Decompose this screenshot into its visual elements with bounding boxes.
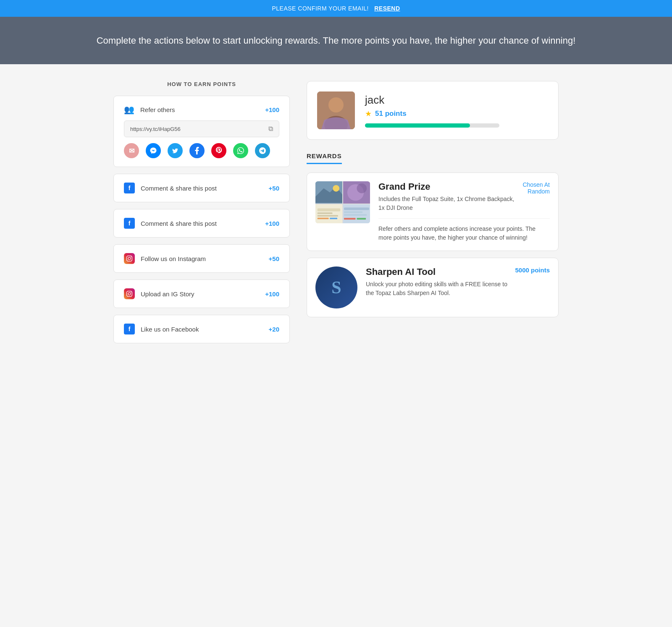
sharpen-description: Unlock your photo editing skills with a … [366,280,511,298]
grand-prize-description: Includes the Full Topaz Suite, 1x Chrome… [378,195,518,212]
rewards-section-title: REWARDS [307,152,342,164]
comment-share-50-points: +50 [269,185,279,192]
progress-bar-fill [365,123,470,128]
action-left-refer: 👥 Refer others [124,104,175,115]
svg-point-5 [333,185,339,192]
chosen-at-random-label: Chosen AtRandom [522,181,550,195]
share-email-button[interactable]: ✉ [124,143,139,158]
facebook-icon-3: f [124,324,135,334]
right-column: jack ★ 51 points REWARDS [307,81,559,324]
share-pinterest-button[interactable] [211,143,226,158]
grand-prize-meta: Chosen AtRandom [522,181,550,195]
like-fb-points: +20 [269,326,279,333]
action-row-comment-50: f Comment & share this post +50 [124,183,279,193]
left-column: HOW TO EARN POINTS 👥 Refer others +100 h… [113,81,290,350]
svg-rect-17 [344,212,362,213]
instagram-icon-1 [124,253,135,264]
svg-rect-19 [344,218,356,219]
email-banner: PLEASE CONFIRM YOUR EMAIL! RESEND [0,0,672,17]
facebook-icon-1: f [124,183,135,193]
refer-icon: 👥 [124,104,134,115]
reward-inner-grand-prize: Grand Prize Includes the Full Topaz Suit… [315,181,550,242]
svg-rect-20 [357,218,366,219]
grand-prize-name-block: Grand Prize Includes the Full Topaz Suit… [378,181,518,212]
share-telegram-button[interactable] [255,143,270,158]
reward-card-sharpen-ai: S Sharpen AI Tool Unlock your photo edit… [307,258,559,317]
follow-ig-points: +50 [269,255,279,262]
action-card-comment-100[interactable]: f Comment & share this post +100 [113,209,290,238]
hero-section: Complete the actions below to start unlo… [0,17,672,64]
action-card-like-fb[interactable]: f Like us on Facebook +20 [113,315,290,343]
email-banner-text: PLEASE CONFIRM YOUR EMAIL! [272,5,369,12]
action-card-refer: 👥 Refer others +100 https://vy.tc/iHapG5… [113,96,290,167]
svg-rect-16 [344,208,369,210]
sharpen-logo: S [315,266,357,308]
user-points-row: ★ 51 points [365,109,548,118]
grand-prize-image [315,181,370,223]
action-row-refer: 👥 Refer others +100 [124,104,279,115]
svg-rect-14 [330,218,337,219]
follow-ig-label: Follow us on Instagram [141,255,206,262]
share-twitter-button[interactable] [168,143,183,158]
action-left-follow-ig: Follow us on Instagram [124,253,206,264]
action-row-follow-ig: Follow us on Instagram +50 [124,253,279,264]
grand-prize-note: Refer others and complete actions increa… [378,218,550,242]
action-left-comment-50: f Comment & share this post [124,183,217,193]
user-name: jack [365,94,548,107]
action-row-comment-100: f Comment & share this post +100 [124,218,279,229]
action-left-upload-ig: Upload an IG Story [124,288,194,299]
sharpen-name: Sharpen AI Tool [366,266,511,277]
action-row-like-fb: f Like us on Facebook +20 [124,324,279,334]
reward-inner-sharpen: S Sharpen AI Tool Unlock your photo edit… [315,266,550,308]
action-left-like-fb: f Like us on Facebook [124,324,199,334]
instagram-icon-2 [124,288,135,299]
main-container: HOW TO EARN POINTS 👥 Refer others +100 h… [105,64,567,367]
svg-point-1 [328,97,344,112]
sharpen-meta: 5000 points [515,266,550,274]
earn-points-title: HOW TO EARN POINTS [113,81,290,87]
action-card-comment-50[interactable]: f Comment & share this post +50 [113,174,290,202]
like-fb-label: Like us on Facebook [141,326,199,333]
profile-info: jack ★ 51 points [365,94,548,128]
share-messenger-button[interactable] [146,143,161,158]
svg-rect-12 [318,215,338,217]
upload-ig-points: +100 [265,290,279,298]
referral-url-text: https://vy.tc/iHapG56 [130,126,181,132]
copy-url-button[interactable]: ⧉ [268,125,273,133]
sharpen-points-required: 5000 points [515,266,550,274]
grand-prize-header: Grand Prize Includes the Full Topaz Suit… [378,181,550,212]
svg-rect-10 [318,209,340,212]
progress-bar-container [365,123,499,128]
action-card-upload-ig[interactable]: Upload an IG Story +100 [113,280,290,308]
referral-url-box: https://vy.tc/iHapG56 ⧉ [124,120,279,137]
sharpen-header: Sharpen AI Tool Unlock your photo editin… [366,266,550,298]
facebook-icon-2: f [124,218,135,229]
action-card-follow-ig[interactable]: Follow us on Instagram +50 [113,244,290,273]
user-avatar [317,91,355,129]
svg-point-8 [357,183,367,193]
svg-rect-13 [318,218,329,219]
refer-label: Refer others [140,106,175,113]
action-left-comment-100: f Comment & share this post [124,218,217,229]
share-facebook-button[interactable] [189,143,205,158]
upload-ig-label: Upload an IG Story [141,290,194,298]
refer-points: +100 [265,106,279,113]
star-icon: ★ [365,109,372,118]
sharpen-name-block: Sharpen AI Tool Unlock your photo editin… [366,266,511,298]
user-points-text: 51 points [375,110,407,118]
grand-prize-name: Grand Prize [378,181,518,192]
svg-rect-11 [318,212,333,214]
profile-card: jack ★ 51 points [307,81,559,140]
resend-link[interactable]: RESEND [374,5,400,12]
comment-share-50-label: Comment & share this post [141,185,217,192]
sharpen-content: Sharpen AI Tool Unlock your photo editin… [366,266,550,298]
social-icons-row: ✉ [124,143,279,158]
hero-text: Complete the actions below to start unlo… [97,35,576,46]
share-whatsapp-button[interactable] [233,143,248,158]
grand-prize-content: Grand Prize Includes the Full Topaz Suit… [378,181,550,242]
svg-rect-18 [344,214,367,216]
action-row-upload-ig: Upload an IG Story +100 [124,288,279,299]
reward-card-grand-prize: Grand Prize Includes the Full Topaz Suit… [307,172,559,251]
comment-share-100-label: Comment & share this post [141,220,217,227]
comment-share-100-points: +100 [265,220,279,227]
